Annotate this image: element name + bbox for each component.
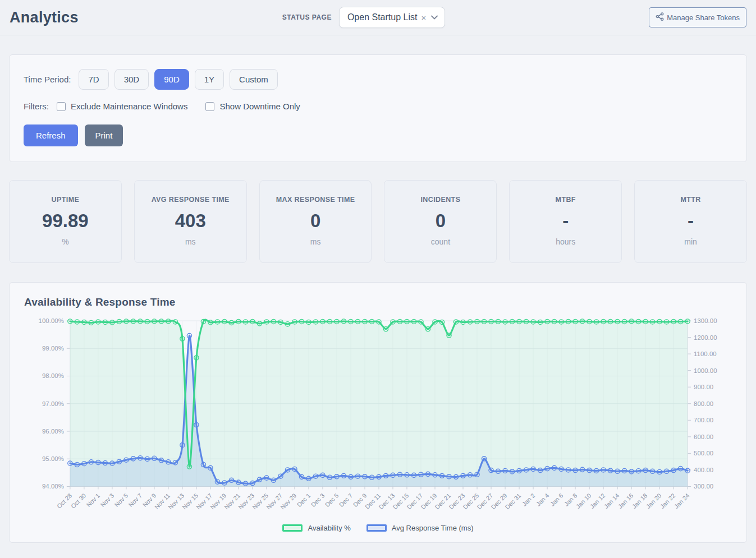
right-axis-tick-label: 800.00 <box>694 400 713 407</box>
checkbox-label: Exclude Maintenance Windows <box>71 102 187 111</box>
chevron-down-icon[interactable] <box>431 15 438 20</box>
legend-swatch <box>282 524 303 532</box>
filter-checkboxes: Exclude Maintenance WindowsShow Downtime… <box>57 102 318 111</box>
filters-label: Filters: <box>24 102 49 111</box>
stat-unit: count <box>389 237 492 246</box>
x-axis-tick-label: Dec 1 <box>296 492 312 509</box>
chart-panel: Availability & Response Time 100.00%99.0… <box>9 282 747 542</box>
x-axis-tick-label: Jan 6 <box>549 492 564 508</box>
status-page-select[interactable]: Open Startup List × <box>339 7 445 28</box>
x-axis-tick-label: Nov 3 <box>99 492 116 509</box>
filter-panel: Time Period: 7D30D90D1YCustom Filters: E… <box>9 54 747 162</box>
refresh-button[interactable]: Refresh <box>24 124 78 146</box>
time-period-buttons: 7D30D90D1YCustom <box>79 69 277 90</box>
right-axis-tick-label: 1300.00 <box>694 317 717 324</box>
x-axis-tick-label: Jan 14 <box>603 492 621 510</box>
stat-unit: min <box>639 237 742 246</box>
stat-value: - <box>514 211 617 231</box>
status-page-selected-value: Open Startup List <box>347 12 418 22</box>
stat-value: - <box>639 211 742 231</box>
stat-unit: hours <box>514 237 617 246</box>
time-period-30d[interactable]: 30D <box>114 69 149 90</box>
left-axis-tick-label: 94.00% <box>42 483 64 490</box>
checkbox-exclude-maintenance-windows[interactable] <box>57 102 66 111</box>
time-period-custom[interactable]: Custom <box>230 69 278 90</box>
x-axis-tick-label: Jan 12 <box>589 492 607 510</box>
right-axis-tick-label: 500.00 <box>694 450 713 457</box>
x-axis-tick-label: Dec 7 <box>338 492 354 509</box>
stat-label: UPTIME <box>14 196 117 204</box>
right-axis-tick-label: 400.00 <box>694 467 713 473</box>
legend-item-availability[interactable]: Availability % <box>282 524 350 532</box>
x-axis-tick-label: Jan 22 <box>659 492 677 510</box>
left-axis-tick-label: 100.00% <box>39 317 64 324</box>
left-axis-tick-label: 99.00% <box>42 345 64 352</box>
stat-card-avg-response-time: AVG RESPONSE TIME403ms <box>134 180 247 263</box>
legend-label: Availability % <box>308 524 350 532</box>
stat-value: 0 <box>264 211 367 231</box>
stat-unit: % <box>14 237 117 246</box>
stat-card-mttr: MTTR-min <box>634 180 747 263</box>
manage-share-tokens-button[interactable]: Manage Share Tokens <box>649 7 746 27</box>
x-axis-tick-label: Jan 4 <box>535 492 550 508</box>
right-axis-tick-label: 1200.00 <box>694 334 717 341</box>
x-axis-tick-label: Jan 24 <box>673 492 691 510</box>
time-period-7d[interactable]: 7D <box>79 69 108 90</box>
right-axis-tick-label: 300.00 <box>694 483 713 490</box>
stat-label: INCIDENTS <box>389 196 492 204</box>
app-header: Analytics STATUS PAGE Open Startup List … <box>0 0 756 35</box>
x-axis-tick-label: Oct 28 <box>56 492 73 510</box>
time-period-90d[interactable]: 90D <box>154 69 189 90</box>
right-axis-tick-label: 700.00 <box>694 417 713 424</box>
chart-legend: Availability %Avg Response Time (ms) <box>23 524 733 532</box>
stat-value: 403 <box>139 211 242 231</box>
availability-response-chart[interactable]: 100.00%99.00%98.00%97.00%96.00%95.00%94.… <box>23 314 733 522</box>
x-axis-tick-label: Nov 1 <box>85 492 102 509</box>
legend-swatch <box>366 524 387 532</box>
right-axis-tick-label: 1000.00 <box>694 367 717 374</box>
stat-label: MTBF <box>514 196 617 204</box>
legend-item-avg-response-time-ms[interactable]: Avg Response Time (ms) <box>366 524 474 532</box>
x-axis-tick-label: Nov 29 <box>279 492 297 511</box>
print-button[interactable]: Print <box>85 124 123 146</box>
right-axis-tick-label: 900.00 <box>694 384 713 390</box>
share-icon <box>656 12 664 22</box>
x-axis-tick-label: Jan 16 <box>617 492 635 510</box>
stat-label: MTTR <box>639 196 742 204</box>
stat-label: AVG RESPONSE TIME <box>139 196 242 204</box>
checkbox-label: Show Downtime Only <box>219 102 300 111</box>
status-page-label: STATUS PAGE <box>282 13 332 21</box>
x-axis-tick-label: Dec 5 <box>324 492 340 509</box>
chart-title: Availability & Response Time <box>24 296 733 308</box>
x-axis-tick-label: Jan 10 <box>575 492 593 510</box>
x-axis-tick-label: Jan 2 <box>521 492 536 508</box>
left-axis-tick-label: 96.00% <box>42 428 64 435</box>
time-period-1y[interactable]: 1Y <box>195 69 224 90</box>
stats-row: UPTIME99.89%AVG RESPONSE TIME403msMAX RE… <box>9 180 747 263</box>
stat-card-uptime: UPTIME99.89% <box>9 180 122 263</box>
checkbox-show-downtime-only[interactable] <box>205 102 214 111</box>
filter-show-downtime-only[interactable]: Show Downtime Only <box>205 102 300 111</box>
x-axis-tick-label: Nov 7 <box>127 492 144 509</box>
stat-unit: ms <box>264 237 367 246</box>
x-axis-tick-label: Jan 18 <box>631 492 649 510</box>
manage-share-tokens-label: Manage Share Tokens <box>667 13 740 22</box>
right-axis-tick-label: 1100.00 <box>694 351 717 357</box>
time-period-label: Time Period: <box>24 75 71 84</box>
stat-card-incidents: INCIDENTS0count <box>384 180 497 263</box>
left-axis-tick-label: 97.00% <box>42 400 64 407</box>
stat-value: 99.89 <box>14 211 117 231</box>
x-axis-tick-label: Dec 31 <box>503 492 522 511</box>
filter-exclude-maintenance-windows[interactable]: Exclude Maintenance Windows <box>57 102 187 111</box>
x-axis-tick-label: Jan 20 <box>645 492 663 510</box>
left-axis-tick-label: 98.00% <box>42 373 64 380</box>
right-axis-tick-label: 600.00 <box>694 434 713 440</box>
left-axis-tick-label: 95.00% <box>42 456 64 463</box>
page-title: Analytics <box>10 9 79 26</box>
x-axis-tick-label: Dec 3 <box>310 492 326 509</box>
x-axis-tick-label: Oct 30 <box>70 492 87 510</box>
stat-value: 0 <box>389 211 492 231</box>
clear-selection-icon[interactable]: × <box>421 13 426 22</box>
x-axis-tick-label: Nov 5 <box>113 492 130 509</box>
legend-label: Avg Response Time (ms) <box>392 524 474 532</box>
